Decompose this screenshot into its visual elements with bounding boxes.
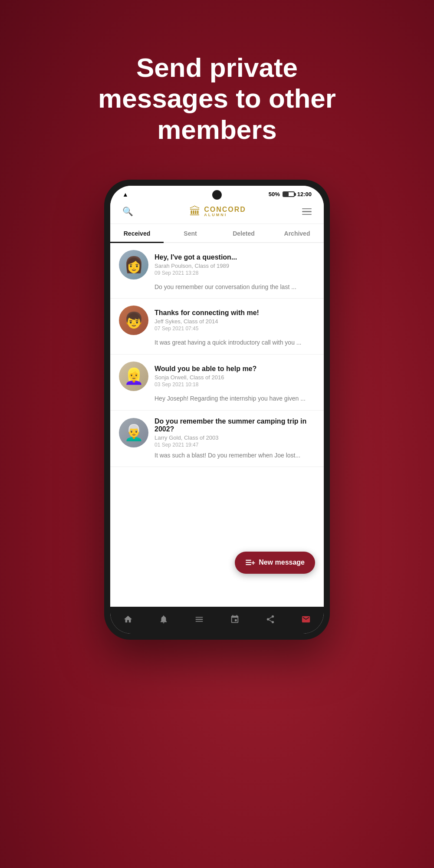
- message-title: Hey, I've got a question...: [155, 253, 315, 261]
- logo-icon: 🏛: [189, 205, 201, 218]
- hamburger-line: [302, 214, 312, 215]
- message-info: Do you remember the summer camping trip …: [155, 418, 315, 448]
- nav-bar: 🔍 🏛 CONCORD ALUMNI: [110, 201, 324, 224]
- message-sender: Jeff Sykes, Class of 2014: [155, 318, 315, 325]
- hero-title: Send private messages to other members: [43, 52, 391, 145]
- logo-text: CONCORD ALUMNI: [204, 206, 246, 217]
- avatar-placeholder: 👩: [124, 257, 144, 273]
- status-right: 50% 12:00: [269, 191, 312, 197]
- list-item[interactable]: 👩 Hey, I've got a question... Sarah Poul…: [110, 243, 324, 299]
- avatar-placeholder: 👨‍🦳: [124, 425, 144, 441]
- message-info: Would you be able to help me? Sonja Orwe…: [155, 365, 315, 388]
- bottom-nav-home[interactable]: [119, 613, 137, 626]
- bottom-nav-menu[interactable]: [190, 613, 208, 626]
- app-logo: 🏛 CONCORD ALUMNI: [189, 205, 246, 218]
- message-title: Would you be able to help me?: [155, 365, 315, 373]
- search-icon[interactable]: 🔍: [122, 206, 133, 217]
- new-message-label: New message: [259, 559, 305, 566]
- message-list: 👩 Hey, I've got a question... Sarah Poul…: [110, 243, 324, 607]
- message-preview: Hey Joseph! Regarding the internship you…: [110, 395, 324, 410]
- tab-deleted[interactable]: Deleted: [217, 224, 270, 242]
- camera-notch: [212, 190, 222, 200]
- message-sender: Sarah Poulson, Class of 1989: [155, 263, 315, 269]
- phone-screen: ▲ 50% 12:00 🔍 🏛 CONCORD ALUMNI: [110, 186, 324, 634]
- hamburger-menu-icon[interactable]: [302, 208, 312, 215]
- new-message-button[interactable]: ☰+ New message: [235, 552, 315, 574]
- status-bar: ▲ 50% 12:00: [110, 186, 324, 201]
- message-date: 07 Sep 2021 07:45: [155, 326, 315, 332]
- bottom-nav-notifications[interactable]: [155, 613, 173, 626]
- wifi-icon: ▲: [122, 191, 128, 198]
- message-preview: It was such a blast! Do you remember whe…: [110, 451, 324, 467]
- avatar: 👨‍🦳: [119, 418, 148, 447]
- tab-archived[interactable]: Archived: [270, 224, 324, 242]
- list-item[interactable]: 👦 Thanks for connecting with me! Jeff Sy…: [110, 299, 324, 355]
- battery-icon: [283, 191, 295, 197]
- message-date: 09 Sep 2021 13:28: [155, 270, 315, 276]
- clock: 12:00: [297, 191, 312, 197]
- battery-fill: [283, 192, 289, 196]
- avatar: 👦: [119, 306, 148, 335]
- message-top: 👦 Thanks for connecting with me! Jeff Sy…: [110, 299, 324, 339]
- bottom-nav-calendar[interactable]: [226, 613, 244, 626]
- avatar-placeholder: 👱‍♀️: [124, 368, 144, 384]
- logo-sub: ALUMNI: [204, 213, 246, 217]
- message-top: 👱‍♀️ Would you be able to help me? Sonja…: [110, 355, 324, 395]
- phone-mockup: ▲ 50% 12:00 🔍 🏛 CONCORD ALUMNI: [104, 180, 330, 640]
- message-title: Thanks for connecting with me!: [155, 309, 315, 317]
- message-date: 01 Sep 2021 19:47: [155, 442, 315, 448]
- avatar: 👩: [119, 250, 148, 279]
- message-preview: Do you remember our conversation during …: [110, 283, 324, 299]
- avatar: 👱‍♀️: [119, 362, 148, 391]
- list-item[interactable]: 👨‍🦳 Do you remember the summer camping t…: [110, 411, 324, 467]
- message-info: Thanks for connecting with me! Jeff Syke…: [155, 309, 315, 332]
- tab-bar: Received Sent Deleted Archived: [110, 224, 324, 243]
- message-sender: Larry Gold, Class of 2003: [155, 434, 315, 441]
- logo-main: CONCORD: [204, 206, 246, 213]
- message-info: Hey, I've got a question... Sarah Poulso…: [155, 253, 315, 276]
- phone-shell: ▲ 50% 12:00 🔍 🏛 CONCORD ALUMNI: [104, 180, 330, 640]
- message-top: 👨‍🦳 Do you remember the summer camping t…: [110, 411, 324, 451]
- bottom-nav-messages[interactable]: [297, 613, 315, 626]
- tab-sent[interactable]: Sent: [164, 224, 217, 242]
- fab-container: ☰+ New message: [235, 552, 315, 574]
- message-preview: It was great having a quick introductory…: [110, 339, 324, 354]
- bottom-nav: [110, 607, 324, 634]
- message-date: 03 Sep 2021 10:18: [155, 381, 315, 388]
- new-message-icon: ☰+: [245, 559, 255, 567]
- avatar-placeholder: 👦: [124, 312, 144, 328]
- bottom-nav-network[interactable]: [261, 613, 279, 626]
- hamburger-line: [302, 208, 312, 210]
- hamburger-line: [302, 211, 312, 212]
- message-title: Do you remember the summer camping trip …: [155, 418, 315, 433]
- battery-percent: 50%: [269, 191, 280, 197]
- tab-received[interactable]: Received: [110, 224, 164, 242]
- message-sender: Sonja Orwell, Class of 2016: [155, 374, 315, 381]
- list-item[interactable]: 👱‍♀️ Would you be able to help me? Sonja…: [110, 355, 324, 411]
- message-top: 👩 Hey, I've got a question... Sarah Poul…: [110, 243, 324, 283]
